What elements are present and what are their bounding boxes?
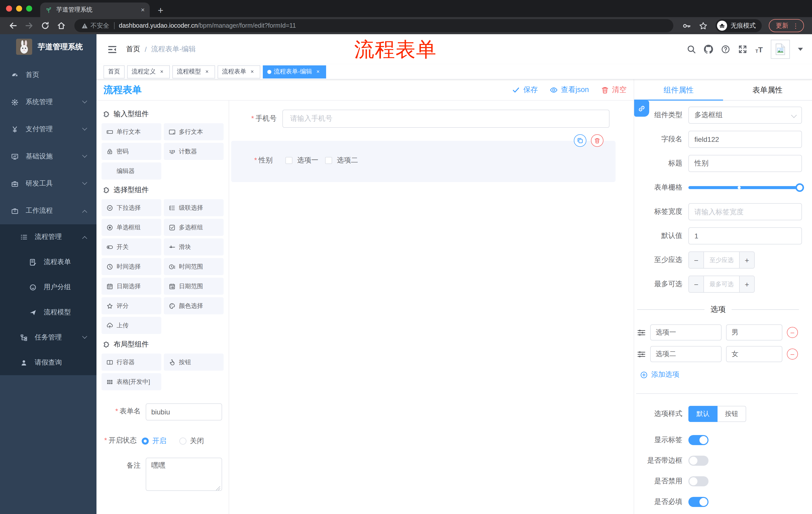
new-tab-button[interactable]: + — [158, 5, 163, 16]
close-window-button[interactable] — [6, 5, 12, 11]
password-key-icon[interactable] — [683, 21, 691, 30]
breadcrumb-home[interactable]: 首页 — [126, 45, 140, 54]
grid-slider[interactable] — [688, 179, 801, 196]
max-select-value[interactable]: 最多可选 — [704, 276, 739, 292]
label-width-input[interactable] — [688, 203, 802, 220]
update-browser-button[interactable]: 更新 ⋮ — [769, 19, 804, 32]
forward-icon[interactable] — [25, 21, 34, 30]
stepper-plus-button[interactable]: + — [739, 252, 754, 268]
component-1-12[interactable]: 上传 — [102, 317, 161, 334]
copy-field-button[interactable] — [574, 134, 586, 147]
tab-form-props[interactable]: 表单属性 — [723, 79, 812, 101]
sidebar-item-3[interactable]: 基础设施 — [0, 143, 96, 170]
component-2-1[interactable]: 按钮 — [164, 354, 224, 371]
tag-1[interactable]: 流程定义× — [127, 65, 170, 78]
help-icon[interactable] — [721, 45, 730, 54]
github-icon[interactable] — [704, 45, 713, 54]
option-style-1[interactable]: 按钮 — [718, 406, 746, 422]
tag-3[interactable]: 流程表单× — [218, 65, 260, 78]
option-value-input-1[interactable] — [726, 346, 782, 362]
component-1-7[interactable]: 时间范围 — [164, 258, 224, 275]
address-bar[interactable]: 不安全 dashboard.yudao.iocoder.cn /bpm/mana… — [75, 19, 673, 32]
tag-close-icon[interactable]: × — [315, 68, 322, 75]
canvas-field-gender-selected[interactable]: *性别 选项一 选项二 — [231, 141, 615, 182]
delete-field-button[interactable] — [591, 134, 604, 147]
tag-close-icon[interactable]: × — [249, 68, 256, 75]
default-value-input[interactable] — [688, 227, 802, 244]
status-radio-on[interactable]: 开启 — [142, 437, 166, 445]
stepper-minus-button[interactable]: − — [689, 252, 704, 268]
link-badge[interactable] — [634, 101, 649, 117]
radio-icon[interactable] — [179, 437, 186, 444]
sidebar-item-2[interactable]: 支付管理 — [0, 116, 96, 143]
sidebar-item-8[interactable]: 用户分组 — [0, 275, 96, 300]
status-radio-off[interactable]: 关闭 — [179, 437, 204, 445]
radio-selected-icon[interactable] — [142, 437, 149, 444]
component-1-0[interactable]: 下拉选择 — [102, 199, 161, 216]
sidebar-item-1[interactable]: 系统管理 — [0, 88, 96, 116]
drag-handle-icon[interactable] — [637, 350, 646, 358]
stepper-minus-button[interactable]: − — [689, 276, 704, 292]
drag-handle-icon[interactable] — [637, 328, 646, 337]
option-value-input-0[interactable] — [726, 324, 782, 341]
option-label-input-0[interactable] — [650, 324, 722, 341]
remove-option-button[interactable]: − — [787, 349, 798, 360]
phone-input[interactable]: 请输入手机号 — [283, 110, 609, 128]
browser-menu-kebab-icon[interactable]: ⋮ — [792, 22, 799, 29]
option-style-0[interactable]: 默认 — [688, 406, 718, 422]
home-icon[interactable] — [57, 21, 66, 30]
tab-close-icon[interactable]: × — [141, 6, 145, 13]
view-json-button[interactable]: 查看json — [550, 85, 589, 94]
search-icon[interactable] — [687, 45, 696, 54]
toggle-switch-2[interactable] — [688, 476, 708, 486]
form-name-input[interactable] — [146, 403, 222, 421]
component-1-1[interactable]: 级联选择 — [164, 199, 224, 216]
sidebar-item-4[interactable]: 研发工具 — [0, 170, 96, 197]
component-1-11[interactable]: 颜色选择 — [164, 297, 224, 314]
toggle-switch-3[interactable] — [688, 497, 708, 507]
fullscreen-icon[interactable] — [738, 45, 748, 54]
browser-tab[interactable]: 芋道管理系统 × — [40, 2, 150, 17]
tag-2[interactable]: 流程模型× — [172, 65, 215, 78]
tag-4[interactable]: 流程表单-编辑× — [263, 65, 326, 78]
component-2-2[interactable]: 表格[开发中] — [102, 373, 161, 390]
form-remark-textarea[interactable]: 嘿嘿 — [146, 458, 222, 491]
tag-close-icon[interactable]: × — [203, 68, 210, 75]
reload-icon[interactable] — [41, 21, 50, 30]
remove-option-button[interactable]: − — [787, 327, 798, 338]
canvas-field-phone[interactable]: *手机号 请输入手机号 — [251, 110, 609, 128]
back-icon[interactable] — [8, 21, 18, 30]
minimize-window-button[interactable] — [16, 5, 22, 11]
checkbox-icon[interactable] — [325, 157, 332, 164]
slider-thumb[interactable] — [795, 183, 804, 192]
zoom-window-button[interactable] — [26, 5, 32, 11]
checkbox-icon[interactable] — [286, 157, 293, 164]
toggle-switch-0[interactable] — [688, 435, 708, 445]
component-0-3[interactable]: 123计数器 — [164, 143, 224, 160]
field-name-input[interactable] — [688, 131, 802, 148]
component-1-3[interactable]: 多选框组 — [164, 219, 224, 236]
component-2-0[interactable]: 行容器 — [102, 354, 161, 371]
avatar-dropdown-caret-icon[interactable] — [798, 48, 803, 51]
save-button[interactable]: 保存 — [512, 85, 538, 94]
sidebar-item-10[interactable]: 任务管理 — [0, 325, 96, 350]
sidebar-item-5[interactable]: 工作流程 — [0, 197, 96, 224]
clear-button[interactable]: 清空 — [601, 85, 627, 94]
component-0-2[interactable]: 密码 — [102, 143, 161, 160]
font-size-icon[interactable]: TT — [755, 45, 763, 54]
component-0-0[interactable]: 单行文本 — [102, 123, 161, 140]
component-1-8[interactable]: 日期选择 — [102, 278, 161, 295]
tag-close-icon[interactable]: × — [158, 68, 165, 75]
sidebar-fold-icon[interactable] — [108, 45, 117, 54]
component-0-4[interactable]: 编辑器 — [102, 162, 161, 180]
app-logo[interactable]: 芋道管理系统 — [0, 34, 96, 59]
min-select-value[interactable]: 至少应选 — [704, 252, 739, 268]
toggle-switch-1[interactable] — [688, 456, 708, 466]
sidebar-item-9[interactable]: 流程模型 — [0, 300, 96, 325]
component-1-2[interactable]: 单选框组 — [102, 219, 161, 236]
stepper-plus-button[interactable]: + — [739, 276, 754, 292]
sidebar-item-11[interactable]: 请假查询 — [0, 350, 96, 375]
component-1-6[interactable]: 时间选择 — [102, 258, 161, 275]
form-canvas[interactable]: *手机号 请输入手机号 — [229, 101, 634, 514]
component-1-9[interactable]: 日期范围 — [164, 278, 224, 295]
